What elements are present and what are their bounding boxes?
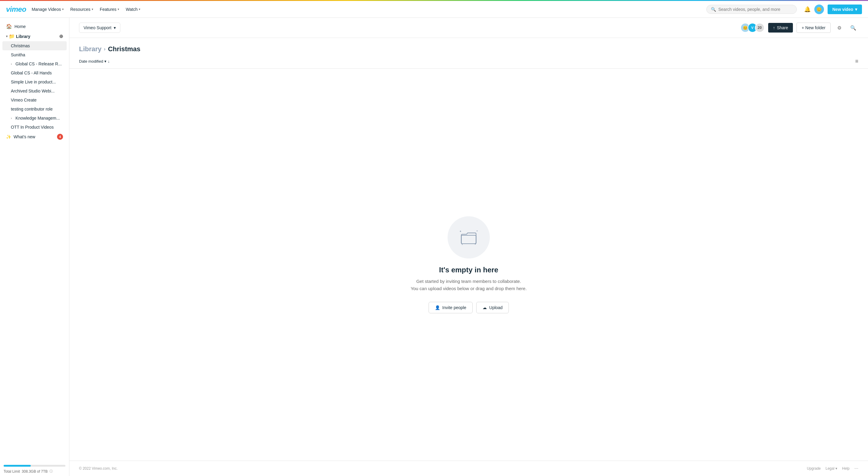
whats-new-badge: 4 — [57, 134, 63, 140]
legal-chevron: ▾ — [835, 466, 837, 471]
features-chevron: ▾ — [118, 7, 119, 11]
sparkle-icon: ✨ — [6, 134, 11, 139]
vimeo-logo[interactable]: vimeo — [6, 5, 26, 13]
sort-row: Date modified ▾ ↓ ≡ — [69, 58, 868, 69]
more-options-icon[interactable]: ··· — [855, 466, 858, 471]
sidebar-item-global-cs-all-hands[interactable]: Global CS - All Hands — [2, 68, 67, 77]
main-footer: © 2022 Vimeo.com, Inc. Upgrade Legal ▾ H… — [69, 461, 868, 476]
collaborators-avatar-group: 😊 V 20 — [740, 23, 765, 33]
help-link[interactable]: Help — [842, 466, 849, 471]
upload-icon: ☁ — [483, 305, 487, 310]
manage-videos-menu[interactable]: Manage Videos ▾ — [29, 5, 67, 13]
empty-state: ✦ ✦ ✦ ✦ It's empty in here Get started b… — [69, 69, 868, 461]
watch-menu[interactable]: Watch ▾ — [123, 5, 143, 13]
sidebar-item-home[interactable]: 🏠 Home — [2, 22, 67, 31]
copyright-text: © 2022 Vimeo.com, Inc. — [79, 466, 118, 471]
settings-icon: ⚙ — [837, 25, 841, 31]
list-view-icon[interactable]: ≡ — [855, 58, 858, 65]
svg-text:✦: ✦ — [459, 230, 462, 233]
progress-bar-background — [4, 465, 65, 467]
empty-state-subtitle: Get started by inviting team members to … — [411, 278, 527, 292]
empty-folder-illustration: ✦ ✦ ✦ ✦ — [447, 216, 490, 259]
share-icon: ↑ — [773, 25, 775, 30]
new-video-chevron: ▾ — [855, 7, 857, 12]
sidebar-navigation: 🏠 Home ▾ 📁 Library ⊕ Christmas Sunitha ›… — [0, 18, 69, 463]
library-expand-arrow: ▾ — [6, 35, 7, 38]
library-add-icon[interactable]: ⊕ — [59, 33, 63, 39]
search-bar: 🔍 — [706, 5, 797, 14]
new-folder-button[interactable]: + New folder — [797, 23, 831, 33]
breadcrumb-separator: › — [104, 46, 105, 52]
collaborators-count[interactable]: 20 — [755, 23, 765, 33]
new-video-button[interactable]: New video ▾ — [828, 4, 862, 14]
search-icon: 🔍 — [711, 7, 716, 12]
main-layout: 🏠 Home ▾ 📁 Library ⊕ Christmas Sunitha ›… — [0, 18, 868, 476]
watch-chevron: ▾ — [139, 7, 140, 11]
sidebar-item-testing-contributor[interactable]: testing contributor role — [2, 105, 67, 113]
sort-by-date-button[interactable]: Date modified ▾ ↓ — [79, 58, 110, 65]
total-limit-row: Total Limit 308.3GB of 7TB ⓘ — [0, 468, 69, 476]
nav-actions: 🔔 😊 New video ▾ — [804, 4, 862, 14]
sidebar-item-sunitha[interactable]: Sunitha — [2, 50, 67, 59]
footer-links: Upgrade Legal ▾ Help ··· — [807, 466, 858, 471]
sidebar-item-archived-studio[interactable]: Archived Studio Webi... — [2, 87, 67, 96]
sidebar-whats-new[interactable]: ✨ What's new 4 — [2, 132, 67, 142]
sort-direction-arrow: ↓ — [108, 59, 110, 64]
workspace-chevron: ▾ — [114, 25, 116, 30]
sidebar-item-global-cs-release[interactable]: › Global CS - Release R... — [2, 59, 67, 68]
upgrade-link[interactable]: Upgrade — [807, 466, 820, 471]
breadcrumb-library-link[interactable]: Library — [79, 45, 102, 53]
empty-folder-svg: ✦ ✦ ✦ ✦ — [458, 227, 479, 248]
content-search-icon: 🔍 — [850, 25, 856, 31]
sidebar-item-ott-in-product[interactable]: OTT In Product Videos — [2, 123, 67, 132]
home-icon: 🏠 — [6, 24, 12, 29]
invite-people-button[interactable]: 👤 Invite people — [429, 302, 473, 313]
svg-text:✦: ✦ — [476, 230, 478, 232]
expand-arrow-2: › — [11, 116, 12, 120]
resources-chevron: ▾ — [92, 7, 93, 11]
empty-state-actions: 👤 Invite people ☁ Upload — [429, 302, 509, 313]
expand-arrow: › — [11, 62, 12, 66]
sidebar-library-row: ▾ 📁 Library ⊕ — [2, 31, 67, 41]
user-avatar[interactable]: 😊 — [814, 4, 824, 14]
storage-progress — [0, 463, 69, 468]
top-navigation: vimeo Manage Videos ▾ Resources ▾ Featur… — [0, 1, 868, 18]
sidebar-item-knowledge-management[interactable]: › Knowledge Managem... — [2, 113, 67, 123]
sidebar-item-christmas[interactable]: Christmas — [2, 41, 67, 50]
main-header: Vimeo Support ▾ 😊 V 20 ↑ Share — [69, 18, 868, 38]
breadcrumb: Library › Christmas — [79, 45, 858, 53]
sidebar-item-simple-live[interactable]: Simple Live in product... — [2, 77, 67, 87]
legal-link[interactable]: Legal ▾ — [826, 466, 837, 471]
breadcrumb-row: Library › Christmas — [69, 38, 868, 58]
settings-icon-button[interactable]: ⚙ — [834, 23, 844, 33]
features-menu[interactable]: Features ▾ — [97, 5, 122, 13]
sidebar-item-vimeo-create[interactable]: Vimeo Create — [2, 96, 67, 105]
empty-state-title: It's empty in here — [439, 266, 498, 274]
search-input[interactable] — [718, 7, 792, 12]
resources-menu[interactable]: Resources ▾ — [67, 5, 96, 13]
main-content: Vimeo Support ▾ 😊 V 20 ↑ Share — [69, 18, 868, 476]
breadcrumb-current-folder: Christmas — [108, 45, 141, 53]
storage-info-icon[interactable]: ⓘ — [50, 469, 53, 474]
sidebar: 🏠 Home ▾ 📁 Library ⊕ Christmas Sunitha ›… — [0, 18, 69, 476]
share-button[interactable]: ↑ Share — [768, 23, 793, 33]
notifications-icon[interactable]: 🔔 — [804, 6, 811, 13]
library-icon: 📁 — [9, 33, 15, 39]
sort-chevron: ▾ — [104, 59, 106, 64]
content-search-button[interactable]: 🔍 — [848, 23, 858, 33]
progress-bar-fill — [4, 465, 31, 467]
invite-icon: 👤 — [435, 305, 440, 310]
top-menu: Manage Videos ▾ Resources ▾ Features ▾ W… — [29, 5, 143, 13]
header-actions: 😊 V 20 ↑ Share + New folder — [740, 23, 858, 33]
workspace-selector[interactable]: Vimeo Support ▾ — [79, 23, 120, 33]
upload-button[interactable]: ☁ Upload — [476, 302, 509, 313]
manage-videos-chevron: ▾ — [62, 7, 64, 11]
